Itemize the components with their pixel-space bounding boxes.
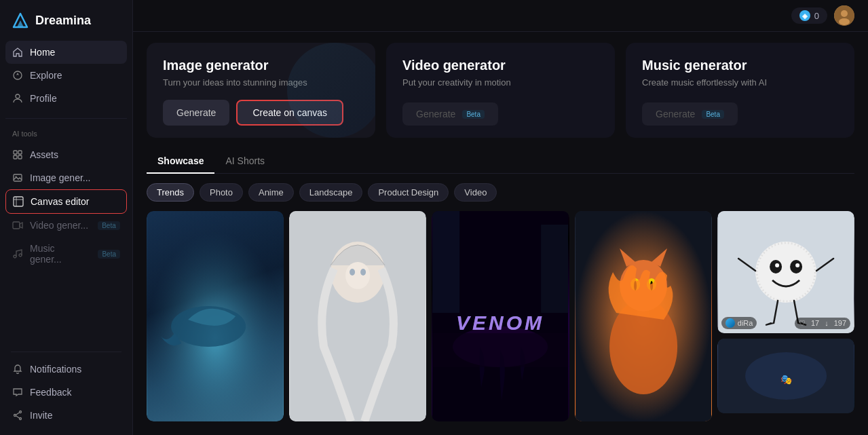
app-name: Dreamina — [35, 14, 91, 28]
svg-point-2 — [14, 71, 22, 79]
music-gen-title: Music generator — [642, 58, 838, 73]
video-icon — [12, 220, 23, 231]
svg-point-15 — [14, 255, 16, 258]
image-grid: VENOM VENOM — [147, 211, 854, 421]
sidebar-item-music-gen[interactable]: Music gener... Beta — [5, 237, 127, 271]
logo[interactable]: Dreamina — [0, 0, 132, 38]
video-generator-card: Video generator Put your creativity in m… — [386, 43, 615, 138]
sidebar-item-image-gen[interactable]: Image gener... — [5, 166, 127, 189]
assets-label: Assets — [30, 149, 58, 160]
video-gen-subtitle: Put your creativity in motion — [402, 77, 599, 88]
sidebar-item-notifications[interactable]: Notifications — [5, 358, 127, 381]
sidebar-item-explore[interactable]: Explore — [5, 64, 127, 87]
image-gen-label: Image gener... — [30, 172, 91, 183]
svg-rect-9 — [14, 174, 22, 181]
music-icon — [12, 248, 23, 259]
video-gen-title: Video generator — [402, 58, 599, 73]
bell-icon — [12, 364, 23, 375]
image-generator-card: Image generator Turn your ideas into stu… — [147, 43, 375, 138]
svg-rect-34 — [433, 211, 460, 313]
sidebar-tools-nav: Assets Image gener... Canvas editor Vi — [0, 140, 132, 273]
svg-point-16 — [19, 254, 22, 257]
filter-anime[interactable]: Anime — [248, 183, 294, 202]
credit-icon: ◈ — [799, 10, 810, 21]
dreamina-logo-icon — [11, 11, 30, 30]
canvas-icon — [13, 196, 24, 207]
svg-point-17 — [20, 411, 22, 413]
svg-point-52 — [795, 263, 799, 267]
svg-point-21 — [841, 10, 848, 17]
image-extra[interactable]: 🎭 — [717, 339, 854, 413]
credits-display[interactable]: ◈ 0 — [791, 7, 827, 24]
svg-text:🎭: 🎭 — [780, 374, 792, 385]
canvas-editor-label: Canvas editor — [31, 196, 89, 207]
sidebar-item-canvas-editor[interactable]: Canvas editor — [5, 189, 127, 214]
svg-point-51 — [775, 263, 779, 267]
svg-point-22 — [839, 18, 850, 25]
sidebar-item-invite[interactable]: Invite — [5, 404, 127, 427]
svg-point-4 — [16, 94, 20, 98]
svg-point-27 — [345, 262, 370, 289]
tabs-row: Showcase AI Shorts — [147, 151, 854, 174]
fluffy-downloads: 197 — [834, 319, 846, 327]
image-cat[interactable] — [575, 211, 712, 421]
notifications-label: Notifications — [30, 364, 81, 375]
svg-marker-1 — [17, 20, 24, 27]
image-elf[interactable] — [289, 211, 426, 421]
fluffy-svg — [717, 211, 854, 333]
music-generate-button[interactable]: Generate Beta — [642, 102, 738, 126]
whale-svg — [147, 211, 284, 421]
avatar-image — [834, 5, 854, 26]
svg-point-47 — [755, 242, 816, 303]
explore-label: Explore — [30, 70, 62, 81]
download-icon: ↓ — [825, 319, 829, 327]
fluffy-stats: ♡ 17 ↓ 197 — [795, 318, 850, 329]
video-generate-button[interactable]: Generate Beta — [402, 102, 498, 126]
svg-point-29 — [360, 269, 366, 276]
image-col-1 — [147, 211, 284, 421]
generate-button[interactable]: Generate — [163, 100, 229, 126]
sidebar-item-profile[interactable]: Profile — [5, 87, 127, 110]
topbar: ◈ 0 — [133, 0, 868, 32]
sidebar-item-assets[interactable]: Assets — [5, 143, 127, 166]
tab-showcase[interactable]: Showcase — [147, 151, 214, 173]
fluffy-user: diRa — [721, 317, 757, 329]
filter-photo[interactable]: Photo — [200, 183, 243, 202]
image-fluffy[interactable]: diRa ♡ 17 ↓ 197 — [717, 211, 854, 333]
svg-rect-7 — [14, 155, 17, 159]
svg-rect-36 — [433, 333, 569, 367]
message-icon — [12, 387, 23, 398]
music-gen-subtitle: Create music effortlessly with AI — [642, 77, 838, 88]
svg-rect-14 — [13, 222, 20, 229]
video-beta-badge: Beta — [98, 221, 120, 230]
svg-rect-5 — [14, 151, 17, 154]
sidebar-bottom: Notifications Feedback Invite — [0, 343, 132, 435]
video-gen-beta: Beta — [462, 110, 485, 119]
extra-svg: 🎭 — [717, 339, 854, 413]
generator-cards: Image generator Turn your ideas into stu… — [147, 43, 854, 138]
main-content: ◈ 0 Image generator Turn your ideas into… — [133, 0, 868, 435]
credits-value: 0 — [814, 11, 819, 21]
user-avatar[interactable] — [834, 5, 854, 26]
sidebar-item-video-gen[interactable]: Video gener... Beta — [5, 214, 127, 237]
ai-tools-section-label: AI tools — [0, 124, 132, 140]
image-whale[interactable] — [147, 211, 284, 421]
video-gen-actions: Generate Beta — [402, 102, 599, 126]
sidebar-divider-2 — [11, 352, 121, 352]
video-gen-label: Video gener... — [30, 220, 88, 231]
image-col-4 — [575, 211, 712, 421]
svg-rect-35 — [542, 225, 569, 313]
image-venom[interactable]: VENOM VENOM — [432, 211, 569, 421]
filter-trends[interactable]: Trends — [147, 183, 194, 202]
filter-video[interactable]: Video — [454, 183, 497, 202]
music-gen-beta: Beta — [702, 110, 724, 119]
sidebar-item-home[interactable]: Home — [5, 41, 127, 64]
fluffy-username: diRa — [738, 319, 753, 327]
tab-ai-shorts[interactable]: AI Shorts — [214, 151, 276, 173]
sidebar-item-feedback[interactable]: Feedback — [5, 381, 127, 404]
filter-product-design[interactable]: Product Design — [368, 183, 449, 202]
music-beta-badge: Beta — [98, 250, 120, 259]
cat-svg — [575, 211, 712, 421]
sidebar-divider-1 — [5, 118, 127, 119]
filter-landscape[interactable]: Landscape — [299, 183, 363, 202]
